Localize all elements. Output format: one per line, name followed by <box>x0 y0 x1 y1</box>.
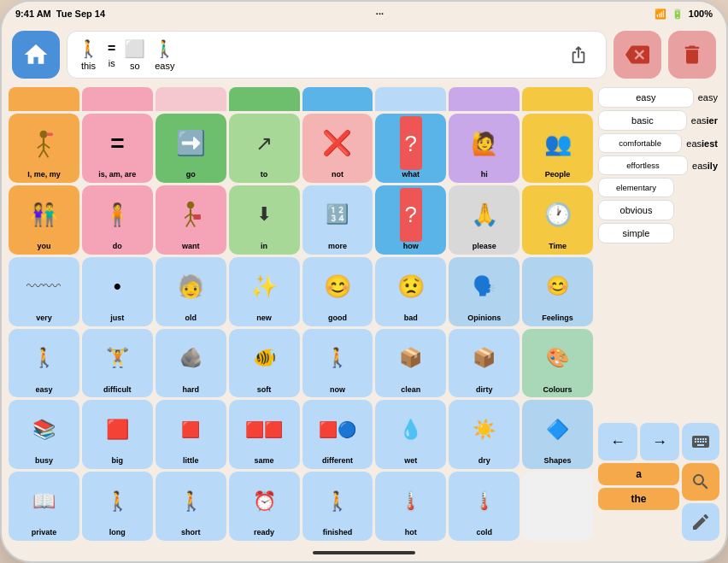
cell-people[interactable]: 👥 People <box>522 114 593 183</box>
cell-private[interactable]: 📖 private <box>9 472 79 541</box>
cell-very[interactable]: 〰〰 very <box>9 257 79 326</box>
cell-please[interactable]: 🙏 please <box>449 185 520 255</box>
back-button[interactable]: ← <box>598 423 637 460</box>
cell-big[interactable]: 🟥 big <box>82 400 153 469</box>
cell-feelings[interactable]: 😊 Feelings <box>522 257 593 326</box>
cell-not[interactable]: ❌ not <box>302 114 373 183</box>
cell-different[interactable]: 🟥🔵 different <box>302 400 373 469</box>
cell-time[interactable]: 🕐 Time <box>522 185 593 255</box>
cell-little[interactable]: 🟥 little <box>156 400 226 469</box>
cell-shapes[interactable]: 🔷 Shapes <box>522 400 593 469</box>
cell-dry[interactable]: ☀️ dry <box>449 400 520 469</box>
cell-soft[interactable]: 🐠 soft <box>229 329 300 398</box>
search-button[interactable] <box>682 463 719 501</box>
cell-finished[interactable]: 🚶 finished <box>302 472 373 541</box>
suggestion-match-easiest[interactable]: easiest <box>684 138 719 149</box>
sentence-bar: 🚶 this = is ⬜ so 🚶‍♂️ easy <box>67 31 607 79</box>
suggestion-match-easier[interactable]: easier <box>690 115 719 126</box>
svg-point-7 <box>187 202 195 209</box>
battery-icon: 🔋 <box>672 9 684 20</box>
cat-tab-6[interactable] <box>449 87 520 111</box>
cell-to[interactable]: ↗ to <box>229 114 300 183</box>
share-button[interactable] <box>561 38 596 72</box>
suggestion-box-simple[interactable]: simple <box>598 223 674 243</box>
home-indicator <box>2 544 726 561</box>
cell-wet[interactable]: 💧 wet <box>375 400 446 469</box>
svg-point-0 <box>40 130 48 138</box>
keyboard-button[interactable] <box>682 423 719 460</box>
delete-word-button[interactable] <box>614 31 661 79</box>
suggestion-box-easy[interactable]: easy <box>598 87 694 108</box>
nav-and-actions: ← → a the <box>598 423 719 541</box>
cell-old[interactable]: 🧓 old <box>156 257 226 326</box>
suggestion-row-6: simple <box>598 223 719 243</box>
cat-tab-0[interactable] <box>9 87 79 111</box>
cell-short[interactable]: 🚶 short <box>156 472 226 541</box>
right-panel: easy easy basic easier comfortable easie… <box>598 87 719 541</box>
cell-hi[interactable]: 🙋 hi <box>449 114 520 183</box>
cell-how[interactable]: ? how <box>375 185 446 255</box>
word-suggestions: easy easy basic easier comfortable easie… <box>598 87 719 420</box>
cat-tab-1[interactable] <box>82 87 153 111</box>
suggestion-row-1: basic easier <box>598 110 719 131</box>
cell-clean[interactable]: 📦 clean <box>375 329 446 398</box>
cell-what[interactable]: ? what <box>375 114 446 183</box>
quick-word-a[interactable]: a <box>598 463 679 485</box>
sentence-item-easy: 🚶‍♂️ easy <box>154 38 175 71</box>
cell-long[interactable]: 🚶 long <box>82 472 153 541</box>
cell-bad[interactable]: 😟 bad <box>375 257 446 326</box>
category-tabs <box>9 87 593 111</box>
suggestion-box-comfortable[interactable]: comfortable <box>598 133 682 153</box>
edit-button[interactable] <box>682 503 719 541</box>
quick-word-the[interactable]: the <box>598 488 679 510</box>
suggestion-match-easily[interactable]: easily <box>690 161 719 171</box>
cell-is-am-are[interactable]: = is, am, are <box>82 114 153 183</box>
main-area: I, me, my = is, am, are ➡️ go ↗ to ❌ not <box>2 84 726 544</box>
suggestion-box-elementary[interactable]: elementary <box>598 178 674 197</box>
right-actions <box>682 423 719 541</box>
cell-ready[interactable]: ⏰ ready <box>229 472 300 541</box>
cell-difficult[interactable]: 🏋️ difficult <box>82 329 153 398</box>
svg-rect-6 <box>47 132 53 136</box>
cat-tab-2[interactable] <box>156 87 226 111</box>
suggestion-box-effortless[interactable]: effortless <box>598 155 688 175</box>
cell-opinions[interactable]: 🗣️ Opinions <box>449 257 520 326</box>
cell-just[interactable]: • just <box>82 257 153 326</box>
suggestion-match-easy[interactable]: easy <box>696 92 719 103</box>
cell-do[interactable]: 🧍 do <box>82 185 153 255</box>
cell-go[interactable]: ➡️ go <box>156 114 226 183</box>
cat-tab-5[interactable] <box>375 87 446 111</box>
cat-tab-7[interactable] <box>522 87 593 111</box>
home-button[interactable] <box>12 31 60 79</box>
forward-button[interactable]: → <box>640 423 679 460</box>
svg-line-11 <box>186 220 191 227</box>
cell-dirty[interactable]: 📦 dirty <box>449 329 520 398</box>
cell-i-me-my[interactable]: I, me, my <box>9 114 79 183</box>
cell-cold[interactable]: 🌡️ cold <box>449 472 520 541</box>
cell-you[interactable]: 👫 you <box>9 185 79 255</box>
top-bar: 🚶 this = is ⬜ so 🚶‍♂️ easy <box>2 26 726 84</box>
cell-easy[interactable]: 🚶 easy <box>9 329 79 398</box>
cell-in[interactable]: ⬇ in <box>229 185 300 255</box>
suggestion-box-basic[interactable]: basic <box>598 110 687 131</box>
sentence-item-this: 🚶 this <box>78 38 99 71</box>
suggestion-row-2: comfortable easiest <box>598 133 719 153</box>
cell-now[interactable]: 🚶 now <box>302 329 373 398</box>
cell-good[interactable]: 😊 good <box>302 257 373 326</box>
cell-hard[interactable]: 🪨 hard <box>156 329 226 398</box>
cell-same[interactable]: 🟥🟥 same <box>229 400 300 469</box>
sentence-item-is: = is <box>108 41 115 68</box>
svg-line-5 <box>44 150 48 157</box>
cat-tab-3[interactable] <box>229 87 300 111</box>
cell-more[interactable]: 🔢 more <box>302 185 373 255</box>
cell-busy[interactable]: 📚 busy <box>9 400 79 469</box>
cell-new[interactable]: ✨ new <box>229 257 300 326</box>
cell-colours[interactable]: 🎨 Colours <box>522 329 593 398</box>
suggestion-row-3: effortless easily <box>598 155 719 175</box>
cell-hot[interactable]: 🌡️ hot <box>375 472 446 541</box>
delete-all-button[interactable] <box>668 31 716 79</box>
nav-arrows: ← → <box>598 423 679 460</box>
cat-tab-4[interactable] <box>302 87 373 111</box>
cell-want[interactable]: want <box>156 185 226 255</box>
suggestion-box-obvious[interactable]: obvious <box>598 200 674 220</box>
